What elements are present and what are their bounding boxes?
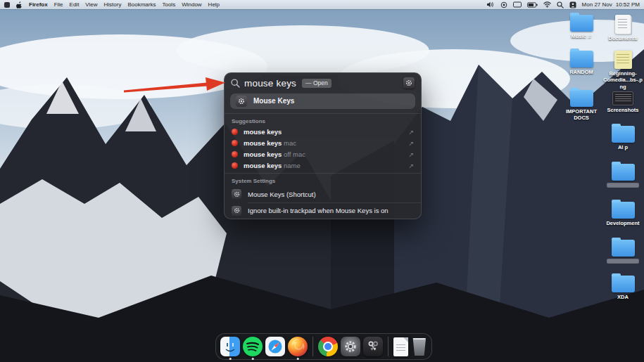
- desktop-icon-label: AI p: [618, 144, 628, 150]
- suggestion-match: mouse keys: [244, 128, 282, 136]
- volume-icon[interactable]: [487, 1, 495, 8]
- gear-icon: [236, 96, 247, 107]
- web-suggestion-icon: [232, 151, 238, 157]
- desktop-icon-label: Development: [606, 220, 639, 226]
- menubar-item-history[interactable]: History: [104, 1, 122, 8]
- menubar-item-file[interactable]: File: [54, 1, 63, 8]
- spotlight-top-hit-mouse-keys[interactable]: Mouse Keys: [230, 93, 415, 109]
- web-suggestion-icon: [232, 129, 238, 135]
- wifi-icon[interactable]: [543, 1, 551, 8]
- dock-safari-icon[interactable]: [265, 337, 285, 357]
- desktop-icon-documents[interactable]: Documents: [602, 15, 643, 41]
- web-suggestion-icon: [232, 140, 238, 146]
- desktop-icon-label: XDA: [617, 294, 629, 300]
- dock-document-icon[interactable]: [393, 337, 409, 357]
- running-indicator: [297, 358, 299, 360]
- desktop-icon-label: Screenshots: [607, 107, 638, 113]
- menubar-item-view[interactable]: View: [85, 1, 97, 8]
- menubar-time: 10:52 PM: [616, 1, 640, 8]
- spotlight-completion-chip: — Open: [302, 79, 332, 88]
- dock-system-settings-icon[interactable]: [341, 337, 360, 357]
- desktop-icon-development[interactable]: Development: [602, 202, 643, 226]
- suggestion-row-1[interactable]: mouse keys ↗: [225, 127, 421, 138]
- suggestion-rest: off mac: [282, 150, 305, 158]
- desktop-icon-screenshots[interactable]: Screenshots: [602, 91, 643, 113]
- suggestion-match: mouse keys: [244, 150, 282, 158]
- suggestion-rest: name: [282, 162, 300, 169]
- battery-icon[interactable]: [527, 2, 538, 8]
- user-switch-icon[interactable]: [569, 1, 576, 8]
- apple-menu-icon[interactable]: [16, 1, 23, 8]
- desktop-icon-random[interactable]: RANDOM: [561, 51, 602, 75]
- folder-icon: [570, 15, 593, 32]
- desktop-icon-label: Beginning-Comedia...bs-.png: [602, 70, 643, 90]
- folder-icon: [570, 51, 593, 67]
- menu-bar: Firefox File Edit View History Bookmarks…: [0, 0, 644, 9]
- redacted-label-bar: [607, 183, 639, 188]
- folder-icon: [570, 90, 593, 107]
- search-icon[interactable]: [557, 1, 564, 8]
- arrow-up-right-icon: ↗: [408, 151, 414, 158]
- arrow-up-right-icon: ↗: [408, 140, 414, 147]
- dock-finder-icon[interactable]: [220, 337, 240, 357]
- spotlight-search-field[interactable]: mouse keys — Open: [225, 73, 421, 92]
- settings-result-mouse-keys-shortcut[interactable]: Mouse Keys (Shortcut): [225, 186, 421, 202]
- settings-result-label: Ignore built-in trackpad when Mouse Keys…: [248, 207, 389, 214]
- desktop-icon-redacted-2[interactable]: [602, 240, 643, 264]
- spotlight-query-text: mouse keys: [244, 78, 296, 89]
- desktop-icon-label: RANDOM: [569, 69, 593, 75]
- image-file-icon: [614, 51, 632, 69]
- desktop-icon-important-docs[interactable]: IMPORTANT DOCS: [561, 90, 602, 122]
- folder-icon: [612, 240, 635, 257]
- desktop-icon-label: Documents: [609, 35, 638, 41]
- desktop-icon-xda[interactable]: XDA: [602, 276, 643, 300]
- menubar-app-icon[interactable]: [4, 2, 10, 8]
- desktop-icon-beginning-png[interactable]: Beginning-Comedia...bs-.png: [602, 51, 643, 90]
- web-suggestion-icon: [232, 162, 238, 169]
- menubar-item-edit[interactable]: Edit: [70, 1, 80, 8]
- settings-result-label: Mouse Keys (Shortcut): [248, 190, 316, 198]
- suggestion-row-3[interactable]: mouse keys off mac ↗: [225, 149, 421, 160]
- menubar-item-bookmarks[interactable]: Bookmarks: [127, 1, 156, 8]
- menubar-date: Mon 27 Nov: [582, 1, 612, 8]
- dock-firefox-icon[interactable]: [288, 337, 308, 357]
- dock-separator: [388, 337, 389, 356]
- system-settings-header: System Settings: [225, 173, 421, 186]
- menubar-item-help[interactable]: Help: [208, 1, 220, 8]
- display-icon[interactable]: [513, 1, 522, 8]
- suggestion-row-4[interactable]: mouse keys name ↗: [225, 160, 421, 172]
- menubar-item-firefox[interactable]: Firefox: [29, 1, 48, 8]
- arrow-up-right-icon: ↗: [408, 162, 414, 169]
- dock-spotify-icon[interactable]: [243, 337, 263, 357]
- desktop-icon-ai-p[interactable]: AI p: [602, 126, 643, 150]
- desktop-icon-redacted-1[interactable]: [602, 164, 643, 188]
- running-indicator: [229, 358, 232, 360]
- gear-icon: [232, 206, 241, 216]
- document-stack-icon: [615, 15, 631, 34]
- suggestion-match: mouse keys: [244, 162, 282, 169]
- top-hit-label: Mouse Keys: [253, 97, 294, 105]
- dock-chrome-icon[interactable]: [318, 337, 338, 357]
- settings-result-ignore-trackpad[interactable]: Ignore built-in trackpad when Mouse Keys…: [225, 202, 421, 219]
- spotlight-panel: mouse keys — Open Mouse Keys Suggestions…: [224, 72, 422, 219]
- suggestion-rest: mac: [282, 139, 296, 147]
- dock-trash-icon[interactable]: [412, 337, 427, 357]
- dock-separator: [312, 337, 313, 356]
- desktop-icon-label: IMPORTANT DOCS: [561, 108, 602, 122]
- running-indicator: [252, 358, 254, 360]
- folder-icon: [612, 164, 635, 181]
- redacted-label-bar: [607, 259, 639, 264]
- desktop-icon-music[interactable]: Music ♫: [561, 15, 602, 39]
- desktop-icon-label: Music ♫: [572, 33, 592, 39]
- suggestion-row-2[interactable]: mouse keys mac ↗: [225, 138, 421, 149]
- suggestion-match: mouse keys: [244, 139, 282, 147]
- folder-icon: [612, 202, 635, 219]
- dock-keychain-icon[interactable]: [363, 337, 383, 357]
- folder-icon: [612, 276, 635, 292]
- menubar-item-tools[interactable]: Tools: [162, 1, 175, 8]
- menubar-item-window[interactable]: Window: [182, 1, 201, 8]
- system-settings-app-icon: [403, 77, 415, 89]
- screenshot-thumb-icon: [612, 91, 633, 105]
- menubar-clock[interactable]: Mon 27 Nov 10:52 PM: [582, 1, 640, 8]
- record-circle-icon[interactable]: [500, 1, 507, 8]
